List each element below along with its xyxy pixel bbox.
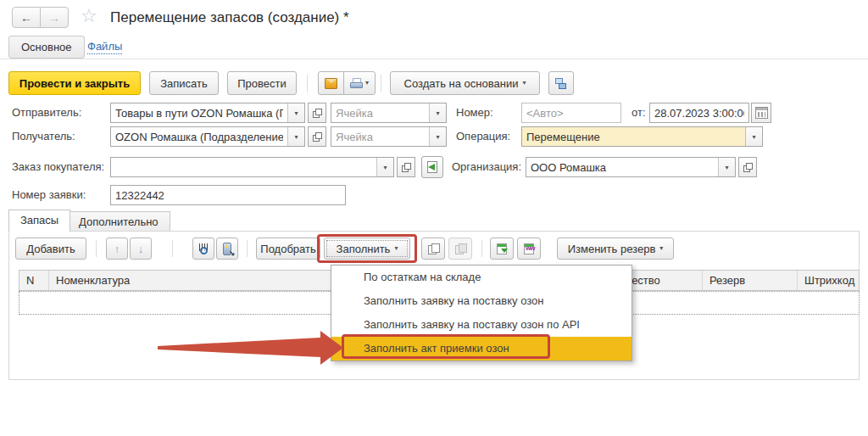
tab-additional[interactable]: Дополнительно [67, 211, 170, 231]
forward-button[interactable]: → [40, 7, 69, 28]
sender-cell-dropdown-icon[interactable]: ▾ [429, 103, 446, 122]
organization-field[interactable]: ▾ [526, 157, 736, 177]
add-row-button[interactable]: Добавить [15, 238, 86, 260]
receiver-input[interactable] [111, 127, 287, 146]
menu-item-fill-acceptance-act-ozon[interactable]: Заполнить акт приемки озон [331, 337, 632, 361]
menu-item-fill-supply-request-ozon-api[interactable]: Заполнить заявку на поставку озон по API [331, 313, 632, 337]
command-bar-separator2 [381, 75, 381, 92]
sender-field[interactable]: ▾ [110, 103, 305, 123]
receiver-cell-dropdown-icon[interactable]: ▾ [429, 127, 446, 146]
favorite-star-icon[interactable]: ☆ [81, 5, 97, 27]
menu-item-by-warehouse-balance[interactable]: По остаткам на складе [331, 266, 632, 289]
sender-cell-field[interactable]: ▾ [331, 103, 447, 123]
sender-label: Отправитель: [12, 103, 81, 123]
document-window: ← → ☆ Перемещение запасов (создание) * О… [0, 0, 868, 436]
table-export-button[interactable] [490, 238, 514, 260]
organization-open-button[interactable] [738, 157, 757, 177]
request-number-input[interactable] [111, 186, 345, 204]
receiver-cell-field[interactable]: ▾ [331, 126, 447, 147]
paste-icon [455, 243, 465, 254]
fill-caret-icon: ▾ [394, 245, 398, 252]
date-label: от: [632, 103, 646, 123]
receiver-label: Получатель: [12, 126, 75, 147]
back-button[interactable]: ← [12, 7, 41, 28]
copy-icon [428, 243, 438, 254]
sender-open-button[interactable] [308, 103, 326, 123]
open-icon [313, 132, 322, 142]
print-button[interactable]: ▾ [343, 71, 376, 95]
related-documents-button[interactable] [548, 71, 574, 95]
move-up-button[interactable]: ↑ [106, 238, 128, 260]
page-title: Перемещение запасов (создание) * [110, 9, 349, 26]
printer-icon [350, 78, 361, 88]
send-email-button[interactable] [318, 71, 344, 95]
create-based-on-label: Создать на основании [404, 77, 519, 90]
table-web-button[interactable] [517, 238, 541, 260]
toolbar-separator4 [481, 240, 482, 257]
request-number-field[interactable] [110, 185, 346, 205]
fill-button[interactable]: Заполнить ▾ [324, 238, 410, 260]
number-input[interactable] [522, 103, 620, 122]
copy-row-button[interactable] [421, 238, 445, 260]
paste-row-button[interactable] [448, 238, 472, 260]
operation-label: Операция: [456, 126, 510, 147]
sender-dropdown-icon[interactable]: ▾ [287, 103, 304, 122]
save-button[interactable]: Записать [149, 71, 219, 95]
print-caret-icon: ▾ [365, 80, 369, 87]
pick-items-button[interactable]: Подобрать [256, 238, 320, 260]
barcode-icon [199, 243, 208, 254]
operation-input[interactable] [522, 127, 745, 146]
tab-stocks[interactable]: Запасы [8, 210, 70, 232]
receiver-field[interactable]: ▾ [110, 126, 305, 147]
customer-order-open-button[interactable] [397, 157, 415, 177]
data-terminal-button[interactable] [216, 238, 238, 260]
column-header-reserve[interactable]: Резерв [703, 271, 798, 290]
table-web-icon [524, 243, 534, 254]
open-icon [313, 109, 322, 118]
operation-field[interactable]: ▾ [521, 126, 763, 147]
change-reserve-button[interactable]: Изменить резерв ▾ [557, 238, 674, 260]
organization-dropdown-icon[interactable]: ▾ [718, 158, 735, 176]
terminal-icon [223, 243, 231, 255]
fill-dropdown-menu: По остаткам на складе Заполнить заявку н… [331, 265, 632, 361]
sender-cell-input[interactable] [331, 103, 429, 122]
up-arrow-icon: ↑ [114, 243, 120, 254]
tab-files[interactable]: Файлы [87, 40, 122, 54]
customer-order-dropdown-icon[interactable]: ▾ [376, 158, 393, 176]
customer-order-field[interactable]: ▾ [110, 157, 394, 177]
receiver-open-button[interactable] [308, 126, 326, 147]
down-arrow-icon: ↓ [138, 243, 144, 254]
create-based-on-caret-icon: ▾ [522, 80, 526, 87]
change-reserve-label: Изменить резерв [568, 243, 656, 255]
forward-icon: → [48, 11, 60, 25]
column-header-n[interactable]: N [19, 271, 49, 290]
organization-input[interactable] [526, 158, 718, 176]
operation-dropdown-icon[interactable]: ▾ [745, 127, 762, 146]
number-label: Номер: [456, 103, 493, 123]
customer-order-label: Заказ покупателя: [12, 157, 104, 177]
toolbar-separator3 [247, 240, 248, 257]
column-header-barcode[interactable]: Штрихкод [798, 271, 860, 290]
change-reserve-caret-icon: ▾ [659, 245, 663, 252]
receiver-cell-input[interactable] [331, 127, 429, 146]
post-and-close-button[interactable]: Провести и закрыть [8, 71, 141, 95]
sender-input[interactable] [111, 103, 287, 122]
date-input[interactable] [650, 103, 748, 122]
tab-main[interactable]: Основное [8, 36, 85, 59]
customer-order-input[interactable] [111, 158, 376, 176]
number-field[interactable] [521, 103, 621, 123]
calendar-icon [755, 107, 768, 119]
tabs-separator [0, 59, 868, 59]
envelope-icon [325, 78, 337, 89]
barcode-search-button[interactable] [192, 238, 214, 260]
move-down-button[interactable]: ↓ [130, 238, 152, 260]
toolbar-separator2 [172, 240, 173, 257]
post-button[interactable]: Провести [227, 71, 297, 95]
create-based-on-button[interactable]: Создать на основании ▾ [390, 71, 540, 95]
date-field[interactable] [649, 103, 749, 123]
menu-item-fill-supply-request-ozon[interactable]: Заполнить заявку на поставку озон [331, 289, 632, 313]
receiver-dropdown-icon[interactable]: ▾ [287, 127, 304, 146]
calendar-button[interactable] [751, 103, 771, 123]
structure-icon [555, 78, 567, 89]
fill-from-order-button[interactable] [421, 156, 443, 178]
